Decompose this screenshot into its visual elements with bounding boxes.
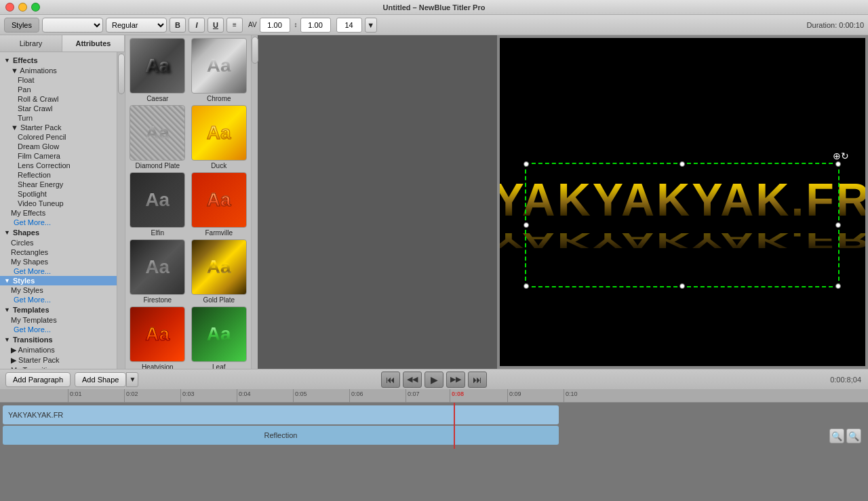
handle-tr[interactable] [835,161,841,167]
transport-skip-forward[interactable]: ⏭ [468,372,487,388]
underline-button[interactable]: U [208,18,224,33]
tree-transitions-starterpack[interactable]: ▶ Starter Pack [0,355,117,365]
templates-arrow: ▼ [4,306,10,313]
handle-tc[interactable] [679,161,685,167]
tree-effects-header[interactable]: ▼ Effects [0,55,117,66]
scrollbar-thumb[interactable] [118,54,125,94]
tree-spotlight[interactable]: Spotlight [0,189,117,199]
left-content: ▼ Effects ▼ Animations Float Pan Roll & … [0,52,125,369]
tree-shapes-getmore[interactable]: Get More... [0,266,117,276]
styles-scrollbar[interactable] [251,35,258,369]
left-panel: Library Attributes ▼ Effects ▼ Animation… [0,35,125,369]
handle-bl[interactable] [524,283,529,289]
leading-input[interactable]: 1.00 [300,18,331,33]
transport-rewind[interactable]: ◀◀ [403,372,422,388]
tree-shapes-header[interactable]: ▼ Shapes [0,227,117,238]
window-title: Untitled – NewBlue Titler Pro [383,3,486,12]
panel-scrollbar[interactable] [117,52,125,369]
tree-starcrawl[interactable]: Star Crawl [0,104,117,113]
style-item-elfin[interactable]: Aa Elfin [128,172,187,237]
tree-transitions-animations[interactable]: ▶ Animations [0,345,117,355]
style-label-goldplate: Gold Plate [203,296,235,304]
font-weight-dropdown[interactable]: Regular [106,18,167,33]
style-thumb-diamond: Aa [130,105,185,161]
add-handle[interactable]: ⊕ [833,151,841,161]
add-shape-dropdown[interactable]: ▼ [126,372,138,387]
tree-templates-getmore[interactable]: Get More... [0,325,117,334]
tick-9: 0:09 [507,389,521,402]
style-item-farmville[interactable]: Aa Farmville [190,172,249,237]
tree-my-effects[interactable]: My Effects [0,208,117,218]
toolbar: Styles Regular B I U ≡ AV 1.00 ↕ 1.00 14… [0,15,868,35]
tree-styles-getmore[interactable]: Get More... [0,295,117,304]
transport-forward[interactable]: ▶▶ [446,372,465,388]
tree-float[interactable]: Float [0,75,117,85]
tree-transitions-header[interactable]: ▼ Transitions [0,334,117,345]
style-item-leaf[interactable]: Aa Leaf [190,306,249,369]
templates-label: Templates [13,306,50,314]
tick-10: 0:10 [564,389,578,402]
playhead[interactable] [454,403,455,449]
tree-animations[interactable]: ▼ Animations [0,66,117,75]
tree-rectangles[interactable]: Rectangles [0,247,117,257]
tree-starterpack-effects[interactable]: ▼ Starter Pack [0,123,117,132]
style-item-diamond[interactable]: Aa Diamond Plate [128,105,187,169]
tree-shear-energy[interactable]: Shear Energy [0,180,117,189]
tree-dream-glow[interactable]: Dream Glow [0,142,117,151]
style-item-heatvision[interactable]: Aa Heatvision [128,306,187,369]
tree-my-shapes[interactable]: My Shapes [0,257,117,266]
rotate-handle[interactable]: ↻ [841,151,852,161]
styles-grid: Aa Caesar Aa Chrome Aa [128,38,248,369]
bold-button[interactable]: B [170,18,186,33]
align-button[interactable]: ≡ [226,18,243,33]
tree-pan[interactable]: Pan [0,85,117,94]
canvas-area: YAKYAKYAK.FR YAKYAKYAK.FR ↻ ⊕ [497,35,869,369]
tree-reflection[interactable]: Reflection [0,170,117,180]
tree-turn[interactable]: Turn [0,113,117,123]
tree-styles-header[interactable]: ▼ Styles [0,276,117,285]
style-label-heatvision: Heatvision [142,363,174,369]
tree-my-styles[interactable]: My Styles [0,285,117,295]
maximize-btn[interactable] [31,3,40,12]
style-item-duck[interactable]: Aa Duck [190,105,249,169]
style-item-goldplate[interactable]: Aa Gold Plate [190,239,249,304]
tree-my-templates[interactable]: My Templates [0,315,117,325]
tree-circles[interactable]: Circles [0,238,117,247]
handle-br[interactable] [835,283,841,289]
add-paragraph-button[interactable]: Add Paragraph [5,372,71,387]
transport-skip-back[interactable]: ⏮ [381,372,400,388]
timeline-track-main[interactable]: YAKYAKYAK.FR [3,405,559,424]
tree-effects-getmore[interactable]: Get More... [0,218,117,227]
minimize-btn[interactable] [18,3,27,12]
tree-colored-pencil[interactable]: Colored Pencil [0,132,117,142]
zoom-in-button[interactable]: 🔍 [846,428,861,443]
style-dropdown[interactable] [42,18,103,33]
tree-video-tuneup[interactable]: Video Tuneup [0,199,117,208]
style-thumb-farmville: Aa [191,172,247,228]
tree-templates-header[interactable]: ▼ Templates [0,304,117,315]
zoom-out-button[interactable]: 🔍 [829,428,844,443]
add-shape-button[interactable]: Add Shape [75,372,126,387]
style-item-caesar[interactable]: Aa Caesar [128,38,187,102]
italic-button[interactable]: I [189,18,205,33]
handle-bc[interactable] [679,283,685,289]
styles-scrollbar-thumb[interactable] [252,37,258,64]
canvas[interactable]: YAKYAKYAK.FR YAKYAKYAK.FR ↻ ⊕ [500,38,866,366]
style-item-chrome[interactable]: Aa Chrome [190,38,249,102]
starterpack-effects-arrow: ▼ [11,123,20,132]
tab-attributes[interactable]: Attributes [62,35,125,52]
size-input[interactable]: 14 [336,18,362,33]
tab-library[interactable]: Library [0,35,62,52]
tree-rollcrawl[interactable]: Roll & Crawl [0,94,117,104]
close-btn[interactable] [5,3,14,12]
transport-play[interactable]: ▶ [425,372,443,388]
styles-button[interactable]: Styles [4,18,39,33]
timeline-track-reflection[interactable]: Reflection [3,426,559,445]
style-item-firestone[interactable]: Aa Firestone [128,239,187,304]
style-thumb-leaf: Aa [191,306,247,362]
size-dropdown-button[interactable]: ▼ [365,18,377,33]
tree-lens-correction[interactable]: Lens Correction [0,161,117,170]
tracking-input[interactable]: 1.00 [260,18,290,33]
handle-tl[interactable] [524,161,529,167]
tree-film-camera[interactable]: Film Camera [0,151,117,161]
